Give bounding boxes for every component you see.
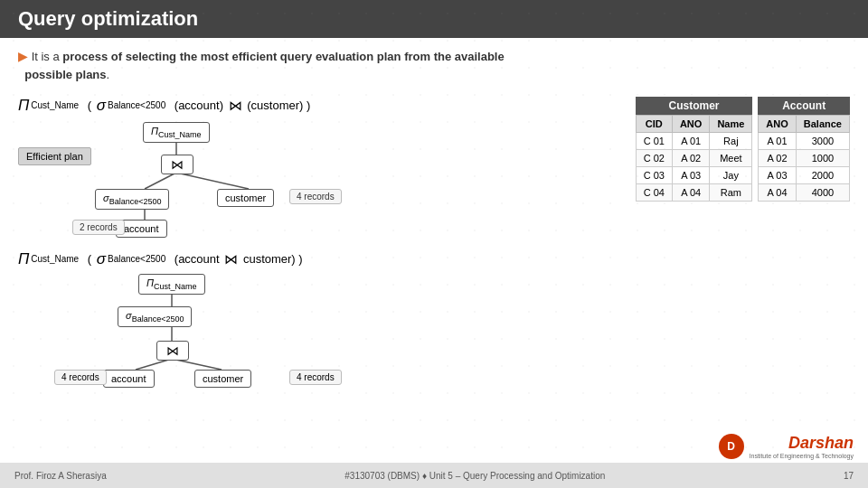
node-customer1: customer [217,189,274,207]
footer: Prof. Firoz A Sherasiya #3130703 (DBMS) … [0,463,868,488]
formula2-line: Π Cust_Name ( σ Balance<2500 (account ⋈ … [18,250,627,268]
node-bowtie1: ⋈ [161,155,193,174]
records-left2-text: 4 records [61,372,99,382]
account-table-title: Account [758,97,850,115]
customer-table-row: C 02A 02Meet [636,149,752,166]
account1-text: account [124,223,159,234]
pi-subscript2: Cust_Name [31,254,79,264]
node-sigma2: σBalance<2500 [118,306,192,327]
intro-period: . [107,68,110,81]
table-cell: A 04 [672,183,709,201]
table-cell: A 01 [759,132,796,149]
tables-section: Customer CID ANO Name C 01A 01RajC 02A 0… [636,97,850,202]
account-table-row: A 013000 [759,132,850,149]
title-bar: Query optimization [0,0,868,38]
account2-text: account [111,373,146,384]
table-cell: 2000 [796,166,849,183]
intro-text1: It is a [32,50,63,63]
darshan-subtitle: Institute of Engineering & Technology [750,453,854,459]
formula2-text: (account [171,252,222,266]
table-cell: 4000 [796,183,849,201]
col-name: Name [710,115,752,132]
darshan-circle-icon: D [719,434,744,459]
node-root2-text: Π [146,277,154,288]
table-cell: 1000 [796,149,849,166]
bowtie2-symbol: ⋈ [166,343,179,358]
customer2-text: customer [203,373,243,384]
table-cell: 3000 [796,132,849,149]
node-root1: ΠCust_Name [143,122,210,143]
formula1-text2: (customer) ) [244,99,311,112]
darshan-name: Darshan [750,434,854,453]
tree1-area: Efficient plan ΠCust_Name ⋈ σBalance<2 [18,118,627,236]
pi-symbol2: Π [18,250,29,268]
bowtie1: ⋈ [229,98,242,114]
formula1-text: (account) [171,99,226,112]
customer-table-row: C 04A 04Ram [636,183,752,201]
node-bowtie2: ⋈ [156,341,189,361]
diagram1-block: Π Cust_Name ( σ Balance<2500 (account) ⋈… [18,97,627,236]
customer1-text: customer [225,192,266,203]
footer-right: 17 [844,471,854,481]
node-customer2: customer [194,370,251,388]
col-ano-acc: ANO [759,115,796,132]
node-root2: ΠCust_Name [138,274,205,295]
account-table-row: A 021000 [759,149,850,166]
content-area: ▶ It is a process of selecting the most … [0,38,868,404]
table-cell: A 04 [759,183,796,201]
records-left1: 2 records [72,220,125,235]
footer-left: Prof. Firoz A Sherasiya [14,471,107,481]
sigma-subscript1: Balance<2500 [108,100,165,110]
records-right2: 4 records [289,370,342,385]
intro-bold: process of selecting the most efficient … [62,50,504,63]
sigma2-symbol: σ [126,310,132,321]
table-cell: C 01 [636,132,672,149]
sigma-subscript2: Balance<2500 [108,254,165,264]
page-title: Query optimization [18,7,198,31]
table-cell: A 01 [672,132,709,149]
sigma1-symbol: σ [103,192,109,203]
customer-table-row: C 01A 01Raj [636,132,752,149]
tree1-lines [18,118,627,236]
table-cell: A 03 [672,166,709,183]
svg-line-2 [176,173,249,189]
customer-table-header-row: CID ANO Name [636,115,752,132]
pi-subscript1: Cust_Name [31,100,79,110]
sigma-symbol1: σ [97,97,106,115]
node-sigma1: σBalance<2500 [95,189,169,210]
pi-symbol1: Π [18,97,29,115]
records-right1-text: 4 records [297,192,335,202]
records-right1: 4 records [289,189,342,204]
tree2-lines [18,272,627,380]
records-right2-text: 4 records [297,372,335,382]
efficient-label-text: Efficient plan [26,151,83,162]
bowtie1-symbol: ⋈ [171,157,184,172]
table-cell: Ram [710,183,752,201]
col-cid: CID [636,115,672,132]
col-balance: Balance [796,115,849,132]
customer-table-title: Customer [636,97,753,115]
account-table: Account ANO Balance A 013000A 021000A 03… [758,97,850,202]
records-left2: 4 records [54,370,107,385]
table-cell: Jay [710,166,752,183]
open-paren2: ( [84,252,95,266]
darshan-icon: D Darshan Institute of Engineering & Tec… [719,434,854,459]
bowtie2: ⋈ [224,251,238,267]
darshan-logo: D Darshan Institute of Engineering & Tec… [719,434,854,459]
svg-line-1 [145,173,176,189]
intro-paragraph: ▶ It is a process of selecting the most … [18,47,850,84]
main-layout: Π Cust_Name ( σ Balance<2500 (account) ⋈… [18,97,850,395]
formula2-text2: customer) ) [240,252,302,266]
tree2-area: ΠCust_Name σBalance<2500 ⋈ account [18,272,627,380]
node-root1-text: Π [151,126,158,136]
slide: Query optimization ▶ It is a process of … [0,0,868,488]
footer-center: #3130703 (DBMS) ♦ Unit 5 – Query Process… [107,471,844,481]
customer-table-row: C 03A 03Jay [636,166,752,183]
table-cell: A 02 [672,149,709,166]
efficient-label: Efficient plan [18,147,91,165]
formula1-line: Π Cust_Name ( σ Balance<2500 (account) ⋈… [18,97,627,115]
node-account2: account [103,370,155,388]
customer-table: Customer CID ANO Name C 01A 01RajC 02A 0… [636,97,753,202]
intro-possible: possible plans [24,68,106,81]
table-cell: A 02 [759,149,796,166]
